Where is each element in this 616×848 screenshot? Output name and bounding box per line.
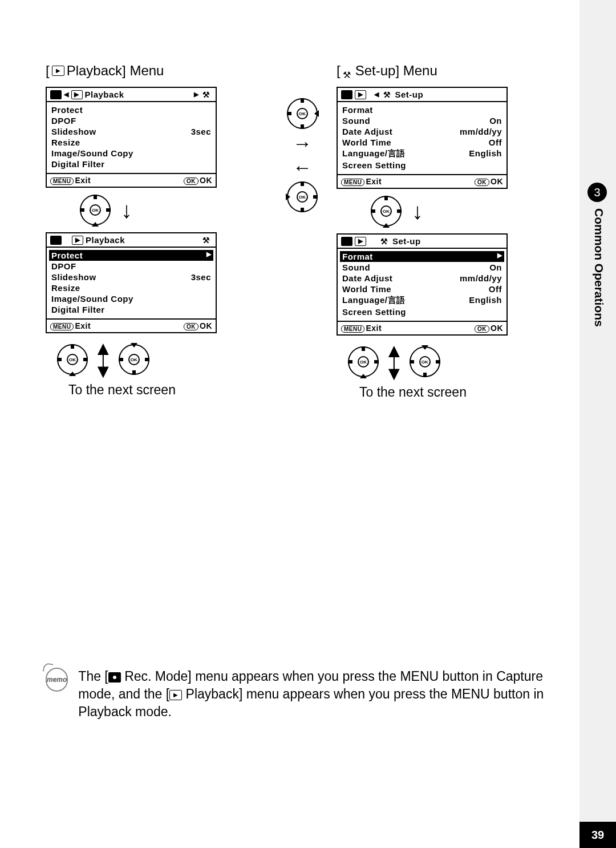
- camera-tab-icon: [341, 90, 352, 99]
- menu-row: SoundOn: [342, 262, 502, 273]
- ok-button-label: OK: [184, 177, 198, 185]
- playback-column: [ Playback] Menu ◀ ▶ Playback ▶ ⚒ Protec…: [46, 63, 268, 400]
- chapter-label: Common Operations: [592, 208, 606, 327]
- lcd-tab-header: ◀ ▶ Playback ▶ ⚒: [47, 88, 216, 102]
- dpad-down-icon: OK: [371, 196, 402, 227]
- menu-row: Digital Filter: [51, 304, 211, 315]
- dpad-up-icon: OK: [119, 344, 149, 375]
- setup-column: [ Set-up] Menu ▶ ◀ ⚒ Set-up Format Sound…: [337, 63, 559, 400]
- playback-tab-icon: ▶: [355, 237, 366, 246]
- menu-row: DPOF: [51, 261, 211, 272]
- menu-row: Slideshow3sec: [51, 272, 211, 282]
- playback-tab-icon: ▶: [355, 90, 366, 99]
- menu-button-label: MENU: [50, 177, 74, 185]
- next-screen-caption: To the next screen: [359, 385, 559, 400]
- menu-row: Date Adjustmm/dd/yy: [342, 126, 502, 137]
- setup-tab-icon: ⚒: [201, 236, 212, 245]
- page-number: 39: [579, 822, 616, 848]
- menu-row: Format: [342, 104, 502, 115]
- menu-row: World TimeOff: [342, 284, 502, 294]
- dpad-left-icon: OK: [287, 181, 318, 212]
- menu-row-highlighted: Protect▶: [49, 250, 213, 261]
- chapter-number-badge: 3: [587, 183, 607, 202]
- camera-tab-icon: [50, 236, 62, 245]
- playback-icon: [169, 690, 182, 700]
- tab-label: Playback: [85, 90, 192, 99]
- menu-row: Date Adjustmm/dd/yy: [342, 273, 502, 284]
- arrow-down-icon: ↓: [121, 199, 132, 221]
- setup-screen-2: ▶ ⚒ Set-up Format▶ SoundOn Date Adjustmm…: [337, 233, 508, 336]
- left-caret-icon: ◀: [64, 91, 69, 98]
- dpad-down-icon: OK: [57, 344, 88, 375]
- playback-icon: [52, 66, 64, 76]
- menu-row: SoundOn: [342, 115, 502, 126]
- setup-screen-1: ▶ ◀ ⚒ Set-up Format SoundOn Date Adjustm…: [337, 87, 508, 189]
- setup-icon: [343, 66, 353, 76]
- menu-row: Language/言語English: [342, 294, 502, 306]
- memo-icon: memo: [46, 668, 68, 692]
- up-down-arrows-icon: ▲|▼: [384, 345, 404, 379]
- memo-note: memo The [ Rec. Mode] menu appears when …: [46, 668, 548, 721]
- dpad-right-icon: OK: [287, 98, 318, 129]
- playback-tab-icon: ▶: [71, 90, 83, 99]
- menu-row: Slideshow3sec: [51, 126, 211, 137]
- playback-screen-2: ▶ Playback ⚒ Protect▶ DPOF Slideshow3sec…: [46, 232, 217, 333]
- left-caret-icon: ◀: [374, 91, 379, 98]
- camera-icon: [108, 672, 121, 683]
- dpad-down-icon: OK: [80, 195, 111, 225]
- dpad-up-icon: OK: [410, 346, 440, 377]
- menu-row: World TimeOff: [342, 137, 502, 148]
- menu-row: Screen Setting: [342, 306, 502, 317]
- menu-row: Image/Sound Copy: [51, 293, 211, 304]
- arrow-left-icon: ←: [293, 158, 312, 177]
- playback-tab-icon: ▶: [72, 236, 83, 245]
- setup-menu-title: [ Set-up] Menu: [337, 63, 559, 79]
- playback-menu-title: [ Playback] Menu: [46, 63, 268, 79]
- setup-tab-icon: ⚒: [201, 90, 212, 99]
- sidebar-strip: [579, 0, 616, 848]
- memo-text: The [ Rec. Mode] menu appears when you p…: [78, 668, 548, 721]
- camera-tab-icon: [50, 90, 62, 99]
- navigation-arrows-column: OK → ← OK: [279, 63, 325, 400]
- menu-row: DPOF: [51, 115, 211, 126]
- menu-row: Resize: [51, 282, 211, 293]
- next-screen-caption: To the next screen: [68, 382, 268, 398]
- menu-row: Image/Sound Copy: [51, 148, 211, 159]
- menu-row: Protect: [51, 104, 211, 115]
- up-down-arrows-icon: ▲|▼: [94, 342, 113, 377]
- dpad-down-icon: OK: [348, 346, 379, 377]
- menu-row: Language/言語English: [342, 148, 502, 160]
- setup-tab-icon: ⚒: [379, 237, 390, 246]
- playback-screen-1: ◀ ▶ Playback ▶ ⚒ Protect DPOF Slideshow3…: [46, 87, 217, 188]
- menu-row: Screen Setting: [342, 160, 502, 171]
- menu-row: Resize: [51, 137, 211, 148]
- menu-row: Digital Filter: [51, 159, 211, 169]
- right-caret-icon: ▶: [194, 91, 199, 98]
- setup-tab-icon: ⚒: [382, 90, 393, 99]
- camera-tab-icon: [341, 237, 352, 246]
- arrow-right-icon: →: [293, 134, 312, 153]
- arrow-down-icon: ↓: [412, 200, 423, 223]
- menu-row-highlighted: Format▶: [340, 251, 504, 262]
